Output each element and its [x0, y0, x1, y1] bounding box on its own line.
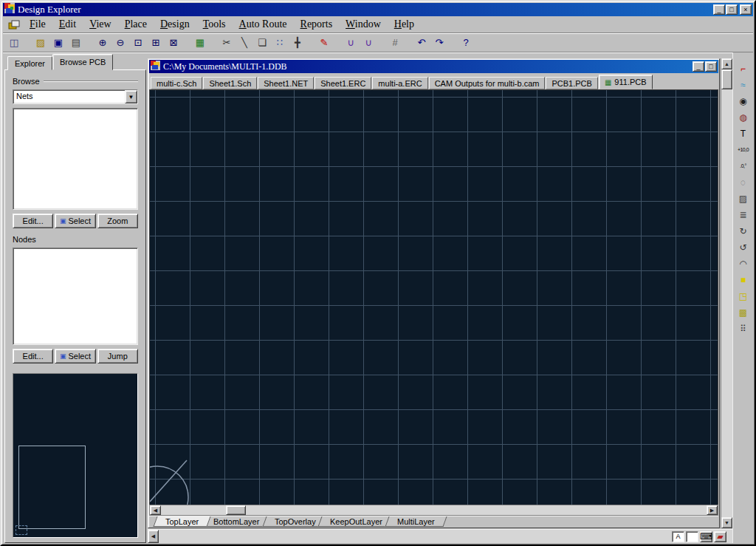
panel-tab[interactable]: Explorer: [7, 56, 52, 70]
pcb-editor-canvas[interactable]: [149, 89, 718, 505]
place-room-icon[interactable]: ⠿: [735, 321, 752, 335]
select-node-button[interactable]: ▣Select: [55, 349, 95, 364]
zoom-in-icon[interactable]: ⊕: [94, 35, 111, 50]
dropdown-arrow-icon[interactable]: ▼: [125, 90, 137, 103]
edit-arc-ccw-icon[interactable]: ↺: [735, 240, 752, 254]
menu-item[interactable]: View: [83, 18, 118, 31]
notebook-icon[interactable]: ▰: [714, 531, 726, 542]
blank-status[interactable]: [686, 531, 698, 542]
menu-item[interactable]: Auto Route: [233, 18, 294, 31]
minimize-button[interactable]: _: [713, 4, 725, 15]
document-tab[interactable]: multi-a.ERC: [372, 77, 427, 89]
edit-node-button[interactable]: Edit...: [13, 349, 53, 364]
vscroll-track[interactable]: [721, 69, 732, 517]
node-buttons: Edit... ▣Select Jump: [13, 349, 138, 364]
menu-item[interactable]: Place: [118, 18, 154, 31]
place-array-icon[interactable]: ≣: [735, 208, 752, 222]
doc-maximize-button[interactable]: □: [705, 61, 717, 72]
doc-minimize-button[interactable]: _: [693, 61, 704, 72]
highlight-pen-icon[interactable]: ✎: [316, 35, 332, 50]
place-fill-icon[interactable]: ■: [735, 273, 752, 287]
place-circle-icon[interactable]: ◌: [735, 175, 752, 189]
unroute-icon[interactable]: ∪: [343, 35, 359, 50]
annotate-status[interactable]: A: [672, 531, 684, 542]
zoom-net-button[interactable]: Zoom: [97, 214, 138, 228]
workspace-scroll-left-icon[interactable]: ◀: [148, 530, 159, 543]
redo-icon[interactable]: ↷: [431, 35, 447, 50]
nets-listbox[interactable]: [13, 108, 138, 210]
place-plane-icon[interactable]: ▩: [735, 305, 752, 319]
document-tab[interactable]: Sheet1.Sch: [203, 77, 257, 89]
browse-type-dropdown[interactable]: Nets ▼: [13, 89, 138, 104]
edit-arc-any-icon[interactable]: ◠: [735, 256, 752, 270]
place-fill-hatched-icon[interactable]: ▨: [735, 191, 752, 205]
deselect-icon[interactable]: ∷: [272, 35, 288, 50]
scroll-right-icon[interactable]: ▶: [707, 505, 718, 515]
menu-item[interactable]: Reports: [294, 18, 340, 31]
title-bar[interactable]: Design Explorer _ □ ×: [3, 3, 753, 16]
editor-vertical-scrollbar[interactable]: ▲ ▼: [721, 58, 732, 528]
scroll-left-icon[interactable]: ◀: [150, 505, 161, 515]
place-string-icon[interactable]: T: [735, 126, 752, 140]
save-icon[interactable]: ▣: [50, 35, 66, 50]
zoom-document-icon[interactable]: ⊞: [148, 35, 164, 50]
place-via-icon[interactable]: ◍: [735, 110, 752, 124]
knife-icon[interactable]: ✂: [219, 35, 235, 50]
zoom-area-icon[interactable]: ⊡: [130, 35, 146, 50]
layer-tab[interactable]: MultiLayer: [385, 516, 447, 527]
keyboard-icon[interactable]: ⌨: [700, 531, 712, 542]
document-tab[interactable]: ▦911.PCB: [599, 75, 653, 89]
menu-items: File Edit View Place Design Tools Auto R…: [23, 18, 421, 31]
help-icon[interactable]: ?: [458, 35, 474, 50]
menu-item[interactable]: Edit: [52, 18, 83, 31]
menu-item[interactable]: Tools: [196, 18, 233, 31]
document-tab[interactable]: Sheet1.NET: [258, 77, 314, 89]
select-net-button[interactable]: ▣Select: [55, 214, 95, 228]
place-coordinate-icon[interactable]: +10,0: [735, 143, 752, 157]
document-tab[interactable]: PCB1.PCB: [546, 77, 597, 89]
board-minimap[interactable]: [13, 373, 138, 538]
jump-node-button[interactable]: Jump: [97, 349, 138, 364]
menu-item[interactable]: Design: [154, 18, 196, 31]
layer-tab[interactable]: TopLayer: [153, 516, 210, 527]
menu-item[interactable]: Help: [388, 18, 421, 31]
scroll-up-icon[interactable]: ▲: [721, 58, 732, 69]
vscroll-thumb[interactable]: [721, 69, 732, 89]
nodes-listbox[interactable]: [13, 248, 138, 345]
print-icon[interactable]: ▤: [68, 35, 84, 50]
zoom-selection-icon[interactable]: ⊠: [165, 35, 182, 50]
layer-tab[interactable]: KeepOutLayer: [318, 516, 395, 527]
open-document-icon[interactable]: ▨: [32, 35, 49, 50]
unroute-net-icon[interactable]: ∪: [360, 35, 377, 50]
edit-net-button[interactable]: Edit...: [13, 214, 53, 228]
document-title-bar[interactable]: C:\My Documents\MULTI-1.DDB _ □: [149, 60, 718, 73]
document-tab[interactable]: multi-c.Sch: [151, 77, 202, 89]
document-tab[interactable]: Sheet1.ERC: [315, 77, 371, 89]
place-polygon-icon[interactable]: ◳: [735, 289, 752, 303]
move-icon[interactable]: ╋: [289, 35, 306, 50]
place-pad-icon[interactable]: ◉: [735, 94, 752, 108]
document-tab[interactable]: CAM Outputs for multi-b.cam: [429, 77, 546, 89]
menu-item[interactable]: File: [23, 18, 52, 31]
scroll-down-icon[interactable]: ▼: [721, 517, 732, 528]
menu-item[interactable]: Window: [339, 18, 388, 31]
select-area-icon[interactable]: ❏: [254, 35, 270, 50]
panel-tab[interactable]: Browse PCB: [52, 54, 113, 70]
close-button[interactable]: ×: [740, 4, 752, 15]
place-dimension-icon[interactable]: .0,°: [735, 159, 752, 173]
zoom-out-icon[interactable]: ⊖: [112, 35, 128, 50]
line-icon[interactable]: ╲: [236, 35, 252, 50]
grid-icon[interactable]: #: [387, 35, 403, 50]
hscroll-track[interactable]: [161, 505, 707, 515]
undo-icon[interactable]: ↶: [413, 35, 430, 50]
interactive-routing-icon[interactable]: ⌐: [735, 61, 752, 75]
design-manager-icon[interactable]: ◫: [6, 35, 22, 50]
editor-horizontal-scrollbar[interactable]: ◀ ▶: [149, 505, 718, 516]
workspace-scrollbar[interactable]: ◀ A ⌨ ▰: [148, 529, 732, 543]
place-track-icon[interactable]: ≈: [735, 78, 752, 92]
maximize-button[interactable]: □: [726, 4, 738, 15]
camera-icon[interactable]: ▦: [192, 35, 208, 50]
edit-arc-cw-icon[interactable]: ↻: [735, 224, 752, 238]
layer-tab[interactable]: BottomLayer: [202, 516, 272, 527]
hscroll-thumb[interactable]: [226, 505, 246, 515]
